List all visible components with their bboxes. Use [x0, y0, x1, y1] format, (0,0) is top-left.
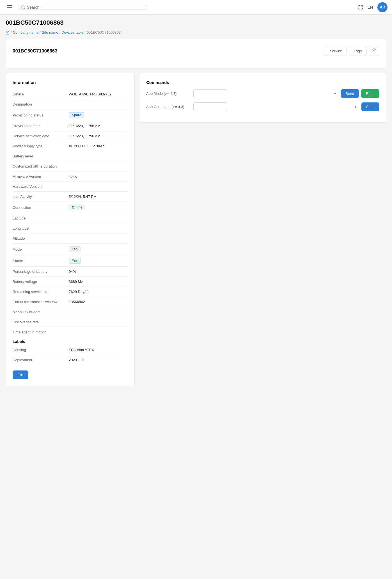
people-icon: [372, 48, 376, 53]
command-select-wrapper: [193, 89, 339, 98]
info-row: Provisioning statusSpare: [13, 109, 128, 121]
labels-table: HousingFCC Non ATEXDeployment2023 - 12: [13, 345, 128, 365]
language-selector[interactable]: EN: [368, 5, 373, 10]
status-badge: Online: [69, 205, 85, 210]
breadcrumb-company[interactable]: Company name: [13, 30, 39, 35]
info-value: WOLT-UWB Tag (S/M/XL): [69, 92, 128, 96]
info-row: End of the statistics window13564862: [13, 297, 128, 307]
info-row: Percentage of battery94%: [13, 267, 128, 277]
info-label: Mean link budget: [13, 310, 69, 314]
info-row: Altitude: [13, 234, 128, 244]
info-row: Hardware Version: [13, 182, 128, 192]
info-row: DeviceWOLT-UWB Tag (S/M/XL): [13, 89, 128, 99]
info-label: Battery level: [13, 154, 69, 158]
info-row: Time spent in motion: [13, 327, 128, 337]
info-row: Latitude: [13, 213, 128, 223]
card-actions: Service Logs: [325, 46, 379, 56]
info-label: End of the statistics window: [13, 300, 69, 304]
info-row: StableYes: [13, 255, 128, 267]
info-label: Designation: [13, 102, 69, 106]
info-label: Longitude: [13, 226, 69, 230]
info-label: Service activation date: [13, 134, 69, 138]
info-label: Stable: [13, 259, 69, 263]
info-label: Time spent in motion: [13, 330, 69, 334]
breadcrumb-current: 001BC50C71006863: [87, 30, 121, 35]
edit-button[interactable]: Edit: [13, 370, 28, 379]
info-label: Connection: [13, 205, 69, 210]
info-label: Power supply type: [13, 144, 69, 148]
mode-badge: Tag: [69, 246, 81, 252]
commands-card: Commands App Mode (>= 4.3)SendReadApp Co…: [139, 73, 386, 123]
info-value: 5/12/24, 5:47 PM: [69, 194, 128, 199]
info-label: Hardware Version: [13, 184, 69, 189]
breadcrumb-sep-3: /: [59, 30, 61, 35]
info-label: Last Activity: [13, 194, 69, 199]
breadcrumb-sep-2: /: [40, 30, 41, 35]
svg-line-1: [24, 8, 25, 9]
page-title-bar: 001BC50C71006863: [0, 15, 392, 29]
info-row: Service activation date11/16/23, 11:56 A…: [13, 131, 128, 141]
label-row: HousingFCC Non ATEX: [13, 345, 128, 355]
info-label: Battery voltage: [13, 280, 69, 284]
right-column: Commands App Mode (>= 4.3)SendReadApp Co…: [139, 73, 386, 391]
info-table: DeviceWOLT-UWB Tag (S/M/XL)DesignationPr…: [13, 89, 128, 337]
fullscreen-icon[interactable]: [358, 5, 363, 10]
info-value: XL 2D LTC 3.6V 38Ah: [69, 144, 128, 148]
commands-container: App Mode (>= 4.3)SendReadApp Command (>=…: [146, 89, 379, 111]
page-title: 001BC50C71006863: [6, 19, 386, 26]
info-value: Tag: [69, 246, 128, 252]
command-read-button[interactable]: Read: [361, 89, 379, 98]
main-content: 001BC50C71006863 Service Logs Informatio…: [0, 39, 392, 396]
info-row: Battery level: [13, 151, 128, 161]
command-send-button[interactable]: Send: [341, 89, 359, 98]
info-value: 4.4 x: [69, 174, 128, 178]
edit-area: Edit: [13, 370, 128, 379]
info-row: Longitude: [13, 223, 128, 234]
label-value: FCC Non ATEX: [69, 348, 128, 352]
command-row: App Command (>= 4.3)Send: [146, 102, 379, 111]
info-value: 94%: [69, 269, 128, 274]
menu-icon[interactable]: [4, 3, 15, 12]
info-label: Customized offline duration: [13, 164, 69, 168]
info-row: ConnectionOnline: [13, 202, 128, 213]
avatar[interactable]: AR: [377, 2, 388, 12]
breadcrumb-site[interactable]: Site name: [42, 30, 58, 35]
header-right: EN AR: [358, 2, 388, 12]
logs-button[interactable]: Logs: [349, 46, 366, 56]
svg-point-2: [373, 49, 374, 50]
breadcrumb: / Company name / Site name / Devices tab…: [0, 29, 392, 39]
info-label: Provisioning date: [13, 124, 69, 128]
command-select[interactable]: [193, 102, 227, 111]
header: EN AR: [0, 0, 392, 15]
info-row: Last Activity5/12/24, 5:47 PM: [13, 192, 128, 202]
commands-section-title: Commands: [146, 80, 379, 85]
info-value: 13564862: [69, 300, 128, 304]
info-label: Provisioning status: [13, 113, 69, 117]
service-button[interactable]: Service: [325, 46, 347, 56]
breadcrumb-sep-1: /: [11, 30, 12, 35]
info-row: Firmware Version4.4 x: [13, 171, 128, 182]
label-name: Housing: [13, 348, 69, 352]
command-label: App Command (>= 4.3): [146, 105, 191, 109]
info-row: Battery voltage3689 Mv: [13, 277, 128, 287]
command-row: App Mode (>= 4.3)SendRead: [146, 89, 379, 98]
two-col-layout: Information DeviceWOLT-UWB Tag (S/M/XL)D…: [6, 73, 386, 391]
people-button[interactable]: [369, 46, 379, 56]
info-row: Customized offline duration: [13, 161, 128, 171]
command-send-button[interactable]: Send: [361, 102, 379, 111]
command-select-wrapper: [193, 102, 359, 111]
info-label: Remaining service life: [13, 290, 69, 294]
label-row: Deployment2023 - 12: [13, 355, 128, 365]
stable-badge: Yes: [69, 258, 81, 264]
info-row: Mean link budget: [13, 307, 128, 317]
breadcrumb-devices-table[interactable]: Devices table: [61, 30, 83, 35]
search-container: [18, 5, 147, 10]
information-section-title: Information: [13, 80, 128, 85]
command-select[interactable]: [193, 89, 227, 98]
info-row: Discoveries rate: [13, 317, 128, 327]
search-input[interactable]: [27, 5, 144, 10]
home-icon[interactable]: [6, 31, 10, 35]
info-row: Provisioning date11/16/23, 11:56 AM: [13, 121, 128, 131]
label-name: Deployment: [13, 358, 69, 362]
info-value: Yes: [69, 258, 128, 264]
